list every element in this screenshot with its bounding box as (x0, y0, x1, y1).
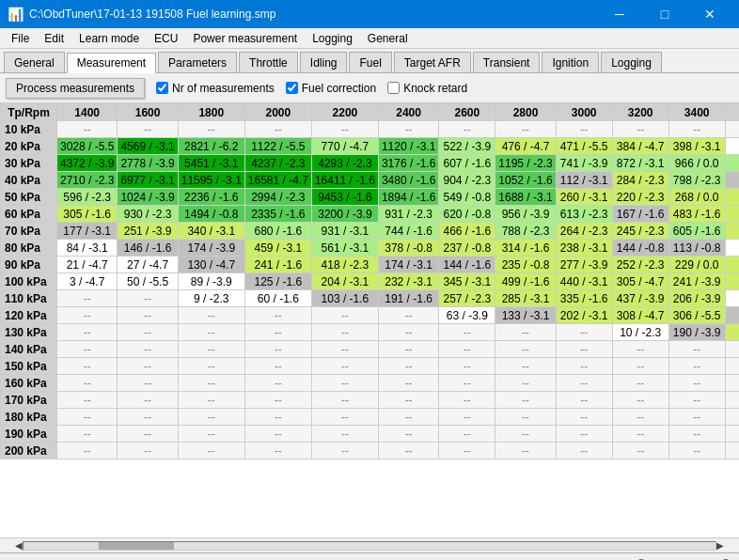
table-cell: -- (378, 324, 438, 341)
table-cell: -- (57, 307, 118, 324)
row-header-70kpa: 70 kPa (1, 223, 57, 240)
table-cell: 471 / -5.5 (556, 138, 612, 155)
scroll-right-arrow[interactable]: ▶ (716, 540, 724, 551)
table-cell: 345 / -3.1 (439, 273, 495, 290)
minimize-button[interactable]: ─ (598, 0, 641, 28)
table-cell: -- (118, 443, 178, 459)
table-cell: 4569 / -3.1 (118, 138, 178, 155)
table-cell: -- (178, 426, 244, 443)
scroll-left-arrow[interactable]: ◀ (15, 540, 23, 551)
table-cell: 2335 / -1.6 (244, 206, 311, 223)
row-header-110kpa: 110 kPa (1, 290, 57, 307)
table-row: 190 kPa------------------------ (1, 426, 740, 443)
menu-edit[interactable]: Edit (37, 30, 71, 47)
table-cell: 1024 / -3.9 (118, 189, 178, 206)
tab-general[interactable]: General (4, 52, 65, 72)
table-cell: -- (556, 375, 612, 392)
table-cell: -- (311, 392, 378, 409)
table-cell: -- (57, 121, 118, 138)
table-cell: 206 / -3.9 (668, 290, 725, 307)
table-cell: -- (439, 341, 495, 358)
menu-learn-mode[interactable]: Learn mode (71, 30, 147, 47)
table-row: 50 kPa596 / -2.31024 / -3.92236 / -1.629… (1, 189, 740, 206)
table-cell: 384 / -4.7 (612, 138, 668, 155)
table-row: 120 kPa------------63 / -3.9133 / -3.120… (1, 307, 740, 324)
table-cell: -- (178, 358, 244, 375)
row-header-80kpa: 80 kPa (1, 240, 57, 257)
table-cell: -- (378, 121, 438, 138)
table-cell: 2778 / -3.9 (118, 155, 178, 172)
fuel-correction-group: Fuel correction (286, 82, 376, 95)
menu-power-measurement[interactable]: Power measurement (185, 30, 305, 47)
table-cell: -- (725, 375, 739, 392)
tab-fuel[interactable]: Fuel (349, 52, 391, 72)
fuel-correction-checkbox[interactable] (286, 82, 298, 94)
table-cell: 251 / -3.9 (118, 223, 178, 240)
table-cell: -- (178, 443, 244, 459)
table-cell: 596 / -2.3 (57, 189, 118, 206)
table-cell: 398 / -3.1 (668, 138, 725, 155)
row-header-30kpa: 30 kPa (1, 155, 57, 172)
tab-measurement[interactable]: Measurement (67, 53, 156, 73)
tab-target-afr[interactable]: Target AFR (394, 52, 471, 72)
process-measurements-button[interactable]: Process measurements (6, 78, 145, 99)
tab-throttle[interactable]: Throttle (239, 52, 298, 72)
maximize-button[interactable]: □ (643, 0, 686, 28)
table-cell: 2994 / -2.3 (244, 189, 311, 206)
table-cell: 63 / -3.9 (439, 307, 495, 324)
row-header-60kpa: 60 kPa (1, 206, 57, 223)
table-cell: 335 / -1.6 (556, 290, 612, 307)
row-header-20kpa: 20 kPa (1, 138, 57, 155)
table-cell: -- (244, 443, 311, 459)
table-cell: 252 / -2.3 (612, 257, 668, 273)
table-cell: 177 / -3.1 (57, 223, 118, 240)
tab-ignition[interactable]: Ignition (542, 52, 599, 72)
tab-parameters[interactable]: Parameters (158, 52, 237, 72)
table-cell: -- (612, 375, 668, 392)
table-cell: -- (556, 358, 612, 375)
table-cell: 3 / -4.7 (57, 273, 118, 290)
row-header-100kpa: 100 kPa (1, 273, 57, 290)
row-header-130kpa: 130 kPa (1, 324, 57, 341)
table-cell: 238 / -3.1 (556, 240, 612, 257)
table-row: 200 kPa------------------------ (1, 443, 740, 459)
tab-idling[interactable]: Idling (300, 52, 348, 72)
table-cell: -- (612, 121, 668, 138)
table-cell: 232 / -3.1 (378, 273, 438, 290)
table-cell: 561 / -3.1 (311, 240, 378, 257)
table-cell: 418 / -2.3 (311, 257, 378, 273)
table-cell: -- (57, 443, 118, 459)
table-row: 10 kPa------------------------ (1, 121, 740, 138)
menu-ecu[interactable]: ECU (147, 30, 185, 47)
menu-logging[interactable]: Logging (305, 30, 360, 47)
table-cell: 770 / -4.7 (311, 138, 378, 155)
table-cell: 245 / -2.3 (612, 223, 668, 240)
horizontal-scrollbar[interactable]: ◀ ▶ (0, 537, 739, 552)
tab-transient[interactable]: Transient (473, 52, 541, 72)
main-content[interactable]: Tp/Rpm 1400 1600 1800 2000 2200 2400 260… (0, 103, 739, 537)
table-cell: -- (668, 409, 725, 426)
table-cell: -- (118, 409, 178, 426)
table-cell: -- (378, 307, 438, 324)
tab-logging[interactable]: Logging (601, 52, 662, 72)
table-cell: 11595 / -3.1 (178, 172, 244, 189)
table-row: 160 kPa------------------------ (1, 375, 740, 392)
scrollbar-track[interactable] (23, 541, 716, 551)
table-cell: -- (668, 426, 725, 443)
knock-retard-checkbox[interactable] (387, 82, 400, 94)
menu-file[interactable]: File (4, 30, 37, 47)
nr-measurements-checkbox[interactable] (156, 82, 168, 94)
table-cell: 324 / (725, 189, 739, 206)
table-cell: 125 / -1.6 (244, 273, 311, 290)
row-header-140kpa: 140 kPa (1, 341, 57, 358)
table-cell: 103 / -1.6 (311, 290, 378, 307)
table-row: 60 kPa305 / -1.6930 / -2.31494 / -0.8233… (1, 206, 740, 223)
table-cell: -- (178, 341, 244, 358)
table-cell: -- (178, 392, 244, 409)
table-cell: 202 / -3.1 (556, 307, 612, 324)
close-button[interactable]: ✕ (688, 0, 731, 28)
scrollbar-thumb[interactable] (99, 542, 174, 550)
col-header-2800: 2800 (495, 104, 556, 121)
menu-general[interactable]: General (360, 30, 416, 47)
table-cell: -- (439, 409, 495, 426)
